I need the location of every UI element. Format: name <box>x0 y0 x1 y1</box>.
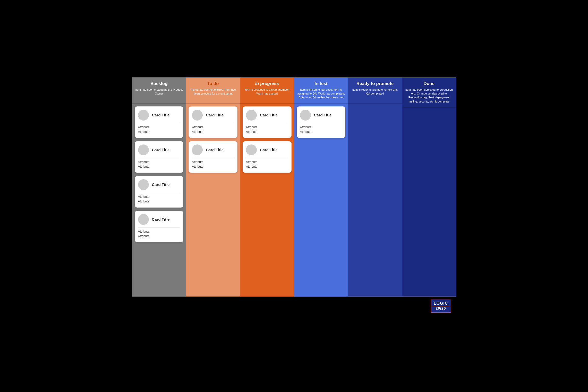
column-header-todo: To doTicket has been prioritized; Item h… <box>186 78 240 103</box>
avatar <box>246 144 257 155</box>
logo-area: LOGIC 20/20 <box>132 297 456 315</box>
column-desc-done: Item has been deployed to production org… <box>405 88 454 104</box>
avatar <box>192 144 203 155</box>
card-attribute-2: Attribute <box>138 234 180 238</box>
card-inprogress-1[interactable]: Card TitleAttributeAttribute <box>243 141 292 173</box>
column-todo: To doTicket has been prioritized; Item h… <box>186 78 240 296</box>
logo-text-logic: LOGIC <box>434 301 448 305</box>
card-header-backlog-3: Card Title <box>138 214 180 225</box>
card-intest-0[interactable]: Card TitleAttributeAttribute <box>297 106 346 138</box>
card-title: Card Title <box>152 217 170 221</box>
column-header-inprogress: In progressItem is assigned to a team me… <box>240 78 294 103</box>
card-divider <box>138 158 180 158</box>
card-todo-1[interactable]: Card TitleAttributeAttribute <box>189 141 237 173</box>
column-header-backlog: BacklogItem has been created by the Prod… <box>132 78 186 103</box>
card-backlog-0[interactable]: Card TitleAttributeAttribute <box>135 106 184 138</box>
column-ready: Ready to promoteItem is ready to promote… <box>348 78 402 296</box>
card-title: Card Title <box>152 148 170 152</box>
column-inprogress: In progressItem is assigned to a team me… <box>240 78 294 296</box>
avatar <box>138 110 149 121</box>
card-attribute-1: Attribute <box>192 125 234 129</box>
column-body-done <box>402 108 456 296</box>
card-header-backlog-1: Card Title <box>138 144 180 155</box>
card-header-todo-1: Card Title <box>192 144 234 155</box>
card-title: Card Title <box>206 113 224 117</box>
card-attribute-2: Attribute <box>246 130 288 134</box>
card-attribute-2: Attribute <box>300 130 342 134</box>
column-title-backlog: Backlog <box>150 81 167 86</box>
card-attribute-1: Attribute <box>300 125 342 129</box>
column-body-intest: Card TitleAttributeAttribute <box>294 104 348 296</box>
column-desc-backlog: Item has been created by the Product Own… <box>135 88 184 96</box>
card-header-backlog-2: Card Title <box>138 179 180 190</box>
column-body-todo: Card TitleAttributeAttributeCard TitleAt… <box>186 104 240 296</box>
column-header-done: DoneItem has been deployed to production… <box>402 78 456 107</box>
column-title-intest: In test <box>314 81 327 86</box>
card-attribute-1: Attribute <box>192 160 234 164</box>
card-title: Card Title <box>206 148 224 152</box>
card-divider <box>138 227 180 228</box>
card-header-todo-0: Card Title <box>192 110 234 121</box>
column-header-ready: Ready to promoteItem is ready to promote… <box>348 78 402 103</box>
card-divider <box>246 158 288 158</box>
card-title: Card Title <box>314 113 332 117</box>
avatar <box>138 179 149 190</box>
column-desc-intest: Item is linked to test case; Item is ass… <box>297 88 346 100</box>
column-body-ready <box>348 104 402 296</box>
avatar <box>192 110 203 121</box>
card-divider <box>192 158 234 158</box>
column-title-ready: Ready to promote <box>356 81 394 86</box>
column-desc-todo: Ticket has been prioritized; Item has be… <box>189 88 237 96</box>
card-title: Card Title <box>260 148 278 152</box>
avatar <box>300 110 311 121</box>
column-done: DoneItem has been deployed to production… <box>402 78 456 296</box>
card-inprogress-0[interactable]: Card TitleAttributeAttribute <box>243 106 292 138</box>
card-title: Card Title <box>152 113 170 117</box>
column-title-todo: To do <box>207 81 219 86</box>
logo-box: LOGIC 20/20 <box>431 299 451 313</box>
card-title: Card Title <box>152 182 170 187</box>
card-attribute-2: Attribute <box>138 165 180 168</box>
card-attribute-2: Attribute <box>192 130 234 134</box>
card-divider <box>246 123 288 123</box>
column-backlog: BacklogItem has been created by the Prod… <box>132 78 186 296</box>
card-header-inprogress-1: Card Title <box>246 144 288 155</box>
column-body-backlog: Card TitleAttributeAttributeCard TitleAt… <box>132 104 186 296</box>
card-attribute-1: Attribute <box>138 160 180 164</box>
card-attribute-2: Attribute <box>138 130 180 134</box>
avatar <box>246 110 257 121</box>
card-attribute-1: Attribute <box>246 160 288 164</box>
column-desc-inprogress: Item is assigned to a team member; Work … <box>243 88 292 96</box>
board-wrapper: BacklogItem has been created by the Prod… <box>127 72 462 320</box>
card-todo-0[interactable]: Card TitleAttributeAttribute <box>189 106 237 138</box>
column-intest: In testItem is linked to test case; Item… <box>294 78 348 296</box>
card-attribute-2: Attribute <box>192 165 234 168</box>
card-attribute-2: Attribute <box>138 200 180 203</box>
card-attribute-1: Attribute <box>246 125 288 129</box>
card-backlog-3[interactable]: Card TitleAttributeAttribute <box>135 211 184 242</box>
avatar <box>138 144 149 155</box>
card-backlog-2[interactable]: Card TitleAttributeAttribute <box>135 176 184 208</box>
card-divider <box>138 123 180 123</box>
card-divider <box>300 123 342 123</box>
column-desc-ready: Item is ready to promote to next org; QA… <box>351 88 399 96</box>
avatar <box>138 214 149 225</box>
card-title: Card Title <box>260 113 278 117</box>
card-header-inprogress-0: Card Title <box>246 110 288 121</box>
card-header-intest-0: Card Title <box>300 110 342 121</box>
card-attribute-1: Attribute <box>138 125 180 129</box>
card-divider <box>192 123 234 123</box>
column-title-done: Done <box>423 81 434 86</box>
column-header-intest: In testItem is linked to test case; Item… <box>294 78 348 103</box>
card-divider <box>138 193 180 193</box>
column-title-inprogress: In progress <box>255 81 279 86</box>
kanban-board: BacklogItem has been created by the Prod… <box>132 77 456 297</box>
card-header-backlog-0: Card Title <box>138 110 180 121</box>
logo-text-2020: 20/20 <box>436 306 446 310</box>
column-body-inprogress: Card TitleAttributeAttributeCard TitleAt… <box>240 104 294 296</box>
card-backlog-1[interactable]: Card TitleAttributeAttribute <box>135 141 184 173</box>
card-attribute-1: Attribute <box>138 230 180 233</box>
card-attribute-2: Attribute <box>246 165 288 168</box>
card-attribute-1: Attribute <box>138 195 180 199</box>
